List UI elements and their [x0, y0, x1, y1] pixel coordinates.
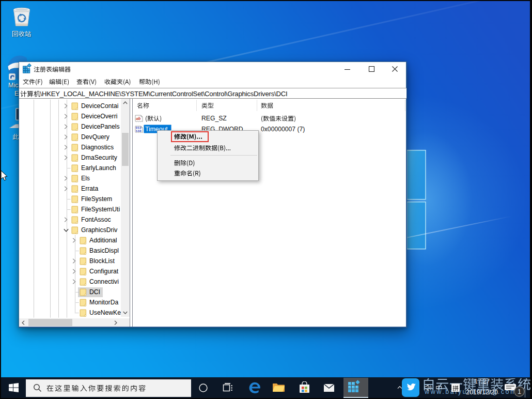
svg-text:110: 110	[136, 129, 142, 133]
svg-text:ab: ab	[136, 116, 141, 121]
svg-text:1: 1	[518, 388, 521, 395]
